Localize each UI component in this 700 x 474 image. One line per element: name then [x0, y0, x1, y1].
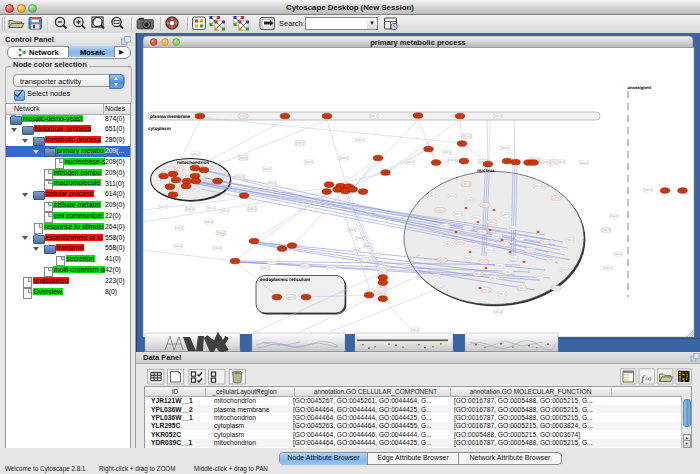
svg-text:(x): (x) — [646, 376, 652, 381]
svg-text:[xxx-x]: [xxx-x] — [501, 146, 509, 150]
svg-text:[xxx-x]: [xxx-x] — [378, 291, 386, 295]
svg-text:[xxx-x]: [xxx-x] — [508, 226, 516, 230]
svg-text:[xxx-x]: [xxx-x] — [536, 274, 544, 278]
svg-text:[xxx-x]: [xxx-x] — [472, 244, 480, 248]
svg-text:[xxx-x]: [xxx-x] — [248, 207, 256, 211]
svg-text:cytoplasm: cytoplasm — [148, 126, 171, 131]
svg-text:[xxx-x]: [xxx-x] — [464, 226, 472, 230]
svg-text:[xxx-x]: [xxx-x] — [548, 258, 556, 262]
svg-text:nucleus: nucleus — [477, 168, 495, 173]
svg-text:[xxx-x]: [xxx-x] — [175, 226, 183, 230]
svg-text:[xxx-x]: [xxx-x] — [205, 220, 213, 224]
svg-text:[xxx-x]: [xxx-x] — [362, 256, 370, 260]
svg-text:[xxx-x]: [xxx-x] — [480, 260, 488, 264]
svg-text:[xxx-x]: [xxx-x] — [518, 286, 526, 290]
svg-text:[xxx-x]: [xxx-x] — [239, 156, 247, 160]
svg-text:[xxx-x]: [xxx-x] — [541, 240, 549, 244]
svg-text:[xxx-x]: [xxx-x] — [448, 158, 456, 162]
svg-text:[xxx-x]: [xxx-x] — [186, 207, 194, 211]
svg-text:[xxx-x]: [xxx-x] — [557, 160, 565, 164]
svg-text:[xxx-x]: [xxx-x] — [604, 266, 612, 270]
svg-text:[xxx-x]: [xxx-x] — [614, 252, 622, 256]
svg-text:[xxx-x]: [xxx-x] — [481, 203, 489, 207]
svg-text:unassigned: unassigned — [628, 85, 652, 90]
svg-text:[xxx-x]: [xxx-x] — [482, 288, 490, 292]
svg-text:[xxx-x]: [xxx-x] — [301, 264, 309, 268]
svg-text:[xxx-x]: [xxx-x] — [552, 196, 560, 200]
svg-text:[xxx-x]: [xxx-x] — [356, 138, 364, 142]
svg-text:endoplasmic reticulum: endoplasmic reticulum — [260, 277, 310, 282]
svg-text:[xxx-x]: [xxx-x] — [428, 194, 436, 198]
svg-text:[xxx-x]: [xxx-x] — [327, 266, 335, 270]
svg-text:[xxx-x]: [xxx-x] — [610, 214, 618, 218]
svg-text:[xxx-x]: [xxx-x] — [236, 175, 244, 179]
svg-text:[xxx-x]: [xxx-x] — [268, 181, 276, 185]
svg-text:[xxx-x]: [xxx-x] — [411, 328, 419, 332]
svg-text:mitochondrion: mitochondrion — [177, 160, 209, 165]
svg-text:[xxx-x]: [xxx-x] — [552, 286, 560, 290]
svg-text:[xxx-x]: [xxx-x] — [454, 212, 462, 216]
svg-text:[xxx-x]: [xxx-x] — [534, 184, 542, 188]
svg-text:[xxx-x]: [xxx-x] — [296, 141, 304, 145]
svg-text:[xxx-x]: [xxx-x] — [441, 224, 449, 228]
svg-text:[xxx-x]: [xxx-x] — [486, 248, 494, 252]
svg-text:[xxx-x]: [xxx-x] — [213, 246, 221, 250]
svg-text:[xxx-x]: [xxx-x] — [464, 256, 472, 260]
svg-text:[xxx-x]: [xxx-x] — [379, 270, 387, 274]
svg-text:[xxx-x]: [xxx-x] — [436, 208, 444, 212]
svg-text:[xxx-x]: [xxx-x] — [462, 182, 470, 186]
svg-text:[xxx-x]: [xxx-x] — [221, 209, 229, 213]
svg-text:[xxx-x]: [xxx-x] — [372, 252, 380, 256]
svg-text:[xxx-x]: [xxx-x] — [175, 166, 183, 170]
svg-text:[xxx-x]: [xxx-x] — [239, 114, 247, 118]
svg-text:[xxx-x]: [xxx-x] — [207, 206, 215, 210]
svg-text:[xxx-x]: [xxx-x] — [444, 242, 452, 246]
svg-text:[xxx-x]: [xxx-x] — [263, 167, 271, 171]
svg-text:[xxx-x]: [xxx-x] — [494, 114, 502, 118]
svg-text:[xxx-x]: [xxx-x] — [496, 264, 504, 268]
svg-text:[xxx-x]: [xxx-x] — [526, 248, 534, 252]
svg-text:[xxx-x]: [xxx-x] — [305, 160, 313, 164]
svg-text:[xxx-x]: [xxx-x] — [340, 156, 348, 160]
svg-text:[xxx-x]: [xxx-x] — [498, 292, 506, 296]
svg-text:[xxx-x]: [xxx-x] — [488, 220, 496, 224]
svg-text:[xxx-x]: [xxx-x] — [478, 230, 486, 234]
svg-text:[xxx-x]: [xxx-x] — [510, 256, 518, 260]
svg-text:[xxx-x]: [xxx-x] — [494, 310, 502, 314]
svg-text:[xxx-x]: [xxx-x] — [406, 160, 414, 164]
svg-text:[xxx-x]: [xxx-x] — [217, 231, 225, 235]
svg-text:[xxx-x]: [xxx-x] — [159, 205, 167, 209]
svg-text:[xxx-x]: [xxx-x] — [287, 295, 295, 299]
svg-text:[xxx-x]: [xxx-x] — [490, 276, 498, 280]
svg-text:[xxx-x]: [xxx-x] — [378, 285, 386, 289]
svg-text:[xxx-x]: [xxx-x] — [493, 234, 501, 238]
svg-text:[xxx-x]: [xxx-x] — [501, 242, 509, 246]
svg-text:[xxx-x]: [xxx-x] — [504, 270, 512, 274]
svg-text:[xxx-x]: [xxx-x] — [448, 194, 456, 198]
svg-text:[xxx-x]: [xxx-x] — [580, 161, 588, 165]
svg-text:[xxx-x]: [xxx-x] — [192, 187, 200, 191]
svg-text:[xxx-x]: [xxx-x] — [268, 260, 276, 264]
svg-text:[xxx-x]: [xxx-x] — [516, 236, 524, 240]
svg-text:[xxx-x]: [xxx-x] — [370, 114, 378, 118]
svg-text:plasma membrane: plasma membrane — [150, 114, 191, 119]
svg-text:[xxx-x]: [xxx-x] — [432, 274, 440, 278]
svg-text:[xxx-x]: [xxx-x] — [474, 272, 482, 276]
svg-text:[xxx-x]: [xxx-x] — [443, 150, 451, 154]
svg-text:[xxx-x]: [xxx-x] — [438, 258, 446, 262]
svg-text:[xxx-x]: [xxx-x] — [456, 240, 464, 244]
svg-text:[xxx-x]: [xxx-x] — [501, 213, 509, 217]
svg-text:[xxx-x]: [xxx-x] — [463, 134, 471, 138]
svg-text:primary metabolic process: primary metabolic process — [370, 38, 465, 47]
svg-text:[xxx-x]: [xxx-x] — [644, 188, 652, 192]
svg-text:[xxx-x]: [xxx-x] — [174, 244, 182, 248]
svg-text:[xxx-x]: [xxx-x] — [561, 268, 569, 272]
svg-text:[xxx-x]: [xxx-x] — [466, 198, 474, 202]
svg-text:[xxx-x]: [xxx-x] — [566, 238, 574, 242]
svg-text:[xxx-x]: [xxx-x] — [191, 152, 199, 156]
svg-text:[xxx-x]: [xxx-x] — [472, 216, 480, 220]
svg-text:[xxx-x]: [xxx-x] — [261, 266, 269, 270]
svg-text:[xxx-x]: [xxx-x] — [602, 228, 610, 232]
